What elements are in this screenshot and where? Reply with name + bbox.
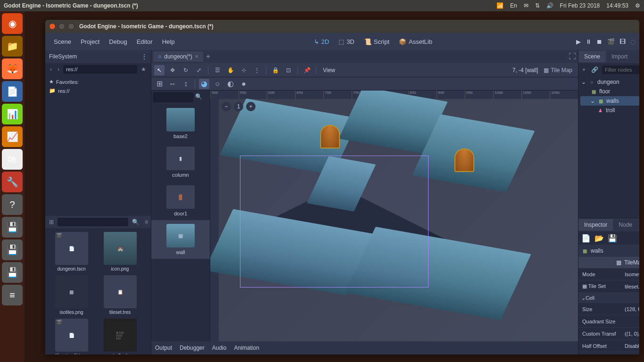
zoom-level[interactable]: 1 [234,102,243,111]
view-menu[interactable]: View [320,67,338,74]
group-tool[interactable]: ⊡ [283,65,294,75]
window-minimize-button[interactable] [58,23,65,30]
file-tree-toggle[interactable]: ⊞ [47,218,56,226]
play-button[interactable]: ▶ [576,38,581,45]
file-search-input[interactable] [58,218,128,226]
stop-button[interactable]: ⏹ [596,38,603,45]
list-mode-icon[interactable]: ≡ [143,218,150,226]
launcher-impress[interactable]: 📈 [2,126,23,147]
tree-node-root[interactable]: ⌄○dungeon◉ [580,77,639,87]
tree-node-floor[interactable]: ▦floor◉ [580,87,639,96]
snap-h-icon[interactable]: ↔ [167,79,178,89]
launcher-firefox[interactable]: 🦊 [2,58,23,79]
menu-editor[interactable]: Editor [132,35,157,48]
snap-v-icon[interactable]: ↕ [181,79,191,89]
pan-tool[interactable]: ✋ [225,65,236,75]
prop-custom-transform[interactable]: Custom Transf((1, 0), (0 [578,328,639,340]
file-item[interactable]: ▦isotiles.png [49,275,94,315]
menu-debug[interactable]: Debug [104,35,132,48]
launcher-disk2[interactable]: 💾 [2,239,23,260]
mode-3d-button[interactable]: ⬚ 3D [334,35,359,48]
bottom-output[interactable]: Output [155,345,172,351]
search-icon[interactable]: 🔍 [130,218,141,226]
launcher-software[interactable]: 🛍 [2,149,23,170]
rotate-tool[interactable]: ↻ [181,65,191,75]
tab-scene[interactable]: Scene [578,51,606,62]
palette-search-icon[interactable]: 🔍 [193,92,204,102]
window-maximize-button[interactable] [68,23,74,30]
paint-tool[interactable]: ◕ [199,79,209,89]
prop-section-cell[interactable]: ⌄ Cell [578,293,639,303]
tree-node-walls[interactable]: ⌄▦walls◉ [580,96,639,106]
ruler-tool[interactable]: ⊹ [239,65,249,75]
scene-tab[interactable]: ○ dungeon(*) × [153,51,203,62]
wifi-icon[interactable]: 📶 [496,2,504,9]
snap-grid-icon[interactable]: ⊞ [154,79,165,89]
inspector-class-header[interactable]: ▦ TileMap [578,257,639,268]
lang-indicator[interactable]: En [510,2,517,9]
move-tool[interactable]: ✥ [167,65,178,75]
power-icon[interactable]: ⚙ [635,2,640,9]
tab-inspector[interactable]: Inspector [578,219,613,230]
picker-tool[interactable]: ◐ [225,79,236,89]
menu-scene[interactable]: Scene [49,35,76,48]
menu-project[interactable]: Project [76,35,104,48]
mode-assetlib-button[interactable]: 📦 AssetLib [394,35,437,48]
mode-2d-button[interactable]: ↳ 2D [309,35,334,48]
palette-search[interactable] [153,92,193,102]
play-custom-button[interactable]: 🎞 [619,38,626,45]
add-tab-button[interactable]: + [206,52,210,61]
prop-size[interactable]: Size(128, 64 [578,303,639,315]
sound-icon[interactable]: 🔊 [546,2,553,9]
snap-options[interactable]: ⋮ [252,65,262,75]
nav-back-button[interactable]: ‹ [48,65,54,74]
window-titlebar[interactable]: Godot Engine - Isometric Game - dungeon.… [45,20,639,33]
select-tool[interactable]: ↖ [154,65,165,75]
tree-node-troll[interactable]: ♟troll🎬📜◉ [580,106,639,115]
bottom-debugger[interactable]: Debugger [180,345,205,351]
file-item[interactable]: ⚙ ≡≡≡≡≡≡≡≡≡≡troll.gd [98,319,142,354]
favorite-star-icon[interactable]: ★ [139,65,148,74]
prop-tileset[interactable]: ▦ Tile Settileset.tr [578,280,639,293]
launcher-calc[interactable]: 📊 [2,104,23,124]
eraser-tool[interactable]: ● [239,79,249,89]
save-resource-icon[interactable]: 💾 [608,234,617,243]
menu-help[interactable]: Help [157,35,180,48]
add-node-button[interactable]: + [580,66,587,74]
launcher-help[interactable]: ? [2,194,23,215]
bucket-tool[interactable]: ○ [212,79,223,89]
file-item[interactable]: 🎬📄tileset_edit.tscn [49,319,94,354]
launcher-settings[interactable]: 🔧 [2,172,23,192]
viewport-canvas[interactable]: 5005506006507007508008509009501000105010… [210,90,578,341]
file-item[interactable]: 📋tileset.tres [98,275,142,315]
launcher-disk1[interactable]: 💾 [2,217,23,238]
distraction-free-icon[interactable]: ⛶ [569,52,576,61]
zoom-in-button[interactable]: + [246,102,256,111]
list-select-tool[interactable]: ☰ [212,65,223,75]
palette-item-column[interactable]: ▮column [151,143,210,181]
nav-forward-button[interactable]: › [56,65,61,74]
play-scene-button[interactable]: 🎬 [607,38,615,45]
date-label[interactable]: Fri Feb 23 2018 [560,2,600,9]
palette-item-base2[interactable]: base2 [151,104,210,143]
bone-tool[interactable]: 📌 [302,65,312,75]
panel-menu-icon[interactable]: ⋮ [141,53,147,60]
tilemap-menu[interactable]: ▦ Tile Map [541,65,575,75]
res-folder[interactable]: 📁 res:// [49,86,147,95]
network-icon[interactable]: ⇅ [535,2,540,9]
tab-node[interactable]: Node [613,219,638,230]
palette-item-wall[interactable]: ▦wall [151,220,210,259]
window-close-button[interactable] [49,23,56,30]
launcher-disk3[interactable]: 💾 [2,262,23,283]
prop-quadrant[interactable]: Quadrant Size16◇ [578,315,639,328]
file-item[interactable]: 🏰icon.png [98,232,142,272]
bottom-audio[interactable]: Audio [212,345,227,351]
prop-half-offset[interactable]: Half OffsetDisabled [578,340,639,352]
tab-import[interactable]: Import [606,51,633,62]
mode-script-button[interactable]: 📜 Script [359,35,394,48]
time-label[interactable]: 14:49:53 [606,2,628,9]
scale-tool[interactable]: ⤢ [194,65,204,75]
path-input[interactable] [63,65,137,74]
lock-tool[interactable]: 🔒 [270,65,281,75]
close-tab-icon[interactable]: × [195,53,198,60]
